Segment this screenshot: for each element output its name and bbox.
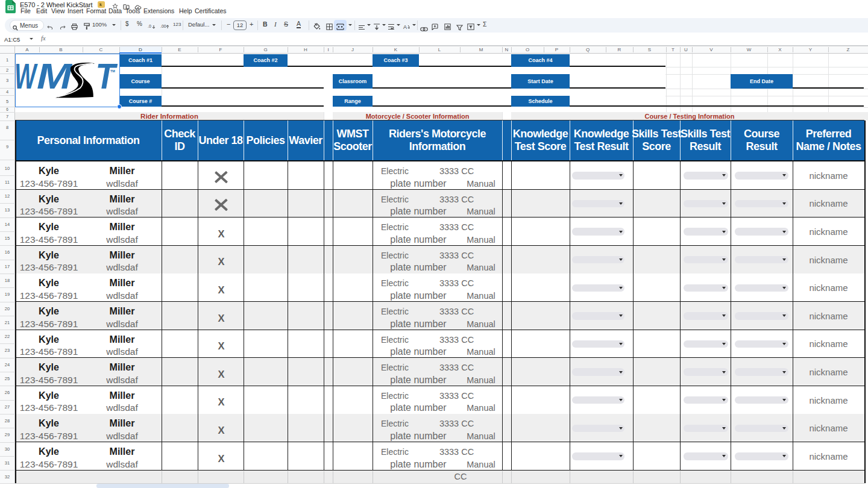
svg-text:.0: .0 [148,24,151,28]
svg-text:.00: .00 [160,24,166,28]
svg-text:A: A [403,24,407,30]
